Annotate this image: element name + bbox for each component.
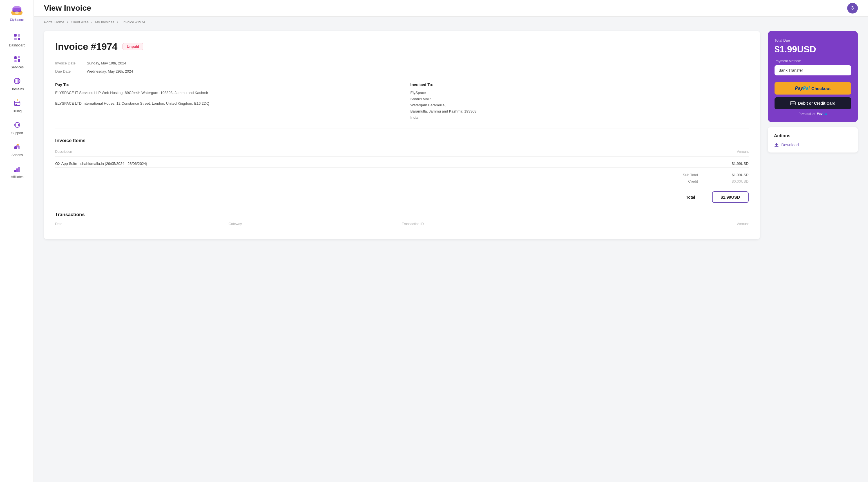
sidebar-item-domains[interactable]: Domains bbox=[0, 72, 33, 94]
subtotal-label: Sub Total bbox=[675, 173, 698, 177]
svg-rect-3 bbox=[15, 11, 19, 14]
debit-credit-button[interactable]: Debit or Credit Card bbox=[775, 97, 851, 109]
sidebar-label-services: Services bbox=[11, 65, 24, 69]
sidebar-label-addons: Addons bbox=[11, 153, 23, 157]
breadcrumb-client-area[interactable]: Client Area bbox=[71, 20, 89, 24]
user-badge[interactable]: 3 bbox=[847, 3, 858, 13]
right-panel: Total Due $1.99USD Payment Method: Bank … bbox=[768, 31, 858, 153]
svg-rect-33 bbox=[790, 103, 795, 103]
trans-id-header: Transaction ID bbox=[402, 222, 576, 226]
due-date-label: Due Date bbox=[55, 69, 75, 73]
sidebar-item-addons[interactable]: Addons bbox=[0, 138, 33, 160]
invoiced-to-section: Invoiced To: ElySpace Shahid Malla Water… bbox=[410, 83, 749, 121]
support-icon bbox=[12, 120, 22, 130]
breadcrumb-my-invoices[interactable]: My Invoices bbox=[95, 20, 115, 24]
invoiced-to-addr1: Watergam Baramulla, bbox=[410, 102, 749, 108]
transactions-title: Transactions bbox=[55, 212, 749, 218]
svg-rect-9 bbox=[18, 56, 20, 58]
svg-rect-27 bbox=[18, 146, 20, 149]
paypal-checkout-text: Checkout bbox=[811, 86, 831, 91]
breadcrumb-current: Invoice #1974 bbox=[122, 20, 145, 24]
card-icon bbox=[790, 101, 796, 105]
credit-label: Credit bbox=[675, 179, 698, 184]
page-title: View Invoice bbox=[44, 4, 91, 13]
sidebar-label-affiliates: Affiliates bbox=[11, 175, 23, 179]
sidebar-item-billing[interactable]: $ Billing bbox=[0, 94, 33, 116]
credit-row: Credit $0.00USD bbox=[675, 179, 749, 184]
credit-value: $0.00USD bbox=[720, 179, 749, 184]
pay-to-label: Pay To: bbox=[55, 83, 394, 87]
breadcrumb-portal-home[interactable]: Portal Home bbox=[44, 20, 64, 24]
svg-rect-6 bbox=[14, 38, 17, 40]
logo-area[interactable]: ElySpace bbox=[9, 0, 25, 24]
svg-rect-29 bbox=[14, 170, 16, 172]
payment-method-select[interactable]: Bank Transfer PayPal Credit Card Stripe bbox=[775, 65, 851, 75]
invoiced-to-label: Invoiced To: bbox=[410, 83, 749, 87]
svg-rect-4 bbox=[14, 34, 17, 37]
top-bar: View Invoice 3 bbox=[34, 0, 868, 17]
transactions-header: Date Gateway Transaction ID Amount bbox=[55, 222, 749, 228]
due-date-value: Wednesday, May 29th, 2024 bbox=[87, 69, 133, 73]
transactions-section: Transactions Date Gateway Transaction ID… bbox=[55, 212, 749, 228]
affiliates-icon bbox=[12, 164, 22, 174]
sidebar-item-support[interactable]: Support bbox=[0, 116, 33, 138]
sidebar: ElySpace Dashboard bbox=[0, 0, 34, 482]
line-item-desc: OX App Suite - shahidmalla.in (29/05/202… bbox=[55, 157, 641, 168]
addons-icon bbox=[12, 142, 22, 152]
totals-section: Sub Total $1.99USD Credit $0.00USD bbox=[55, 173, 749, 184]
actions-card: Actions Download bbox=[768, 127, 858, 153]
table-row: OX App Suite - shahidmalla.in (29/05/202… bbox=[55, 157, 749, 168]
invoiced-to-name: ElySpace bbox=[410, 90, 749, 96]
payment-amount: $1.99USD bbox=[775, 44, 851, 55]
svg-rect-28 bbox=[17, 144, 19, 146]
download-icon bbox=[774, 142, 779, 148]
invoice-number: Invoice #1974 bbox=[55, 41, 117, 52]
pay-to-line1: ELYSPACE IT Services LLP Web Hosting -89… bbox=[55, 90, 394, 96]
paypal-logo: PayPal bbox=[795, 86, 810, 91]
sidebar-nav: Dashboard Services bbox=[0, 28, 33, 182]
download-link[interactable]: Download bbox=[774, 142, 852, 148]
sidebar-label-billing: Billing bbox=[13, 109, 22, 113]
addresses-section: Pay To: ELYSPACE IT Services LLP Web Hos… bbox=[55, 83, 749, 129]
trans-gateway-header: Gateway bbox=[228, 222, 402, 226]
trans-amount-header: Amount bbox=[575, 222, 749, 226]
main-content: View Invoice 3 Portal Home / Client Area… bbox=[34, 0, 868, 482]
invoice-dates: Invoice Date Due Date Sunday, May 19th, … bbox=[55, 61, 749, 74]
invoice-date-value: Sunday, May 19th, 2024 bbox=[87, 61, 133, 65]
powered-by-brand: PayPal bbox=[817, 112, 827, 116]
billing-icon: $ bbox=[12, 98, 22, 108]
breadcrumb: Portal Home / Client Area / My Invoices … bbox=[34, 17, 868, 24]
payment-card: Total Due $1.99USD Payment Method: Bank … bbox=[768, 31, 858, 122]
desc-header: Description bbox=[55, 148, 641, 157]
subtotal-value: $1.99USD bbox=[720, 173, 749, 177]
sidebar-label-support: Support bbox=[11, 131, 23, 135]
sidebar-item-affiliates[interactable]: Affiliates bbox=[0, 160, 33, 182]
dashboard-icon bbox=[12, 32, 22, 42]
pay-to-line2: ELYSPACE LTD International House, 12 Con… bbox=[55, 100, 394, 107]
payment-method-label: Payment Method: bbox=[775, 59, 851, 63]
total-label: Total bbox=[686, 195, 695, 199]
services-icon bbox=[12, 54, 22, 64]
sidebar-label-domains: Domains bbox=[10, 87, 24, 91]
actions-title: Actions bbox=[774, 133, 852, 138]
logo-text: ElySpace bbox=[10, 18, 24, 21]
paypal-btn-row: PayPal Checkout bbox=[775, 82, 851, 95]
svg-rect-18 bbox=[16, 104, 17, 105]
pay-to-section: Pay To: ELYSPACE IT Services LLP Web Hos… bbox=[55, 83, 394, 121]
svg-rect-11 bbox=[18, 59, 20, 62]
invoice-date-label: Invoice Date bbox=[55, 61, 75, 65]
paypal-checkout-button[interactable]: PayPal Checkout bbox=[775, 82, 851, 95]
logo-icon bbox=[9, 5, 25, 18]
trans-date-header: Date bbox=[55, 222, 228, 226]
unpaid-badge: Unpaid bbox=[122, 43, 143, 50]
sidebar-item-services[interactable]: Services bbox=[0, 50, 33, 72]
content-area: Invoice #1974 Unpaid Invoice Date Due Da… bbox=[34, 24, 868, 250]
sidebar-item-dashboard[interactable]: Dashboard bbox=[0, 28, 33, 50]
download-label: Download bbox=[781, 143, 799, 147]
invoice-items-title: Invoice Items bbox=[55, 138, 749, 143]
svg-rect-7 bbox=[18, 38, 20, 40]
svg-rect-8 bbox=[14, 56, 17, 59]
debit-btn-label: Debit or Credit Card bbox=[798, 101, 835, 105]
invoice-header: Invoice #1974 Unpaid bbox=[55, 41, 749, 52]
sidebar-label-dashboard: Dashboard bbox=[9, 43, 26, 47]
